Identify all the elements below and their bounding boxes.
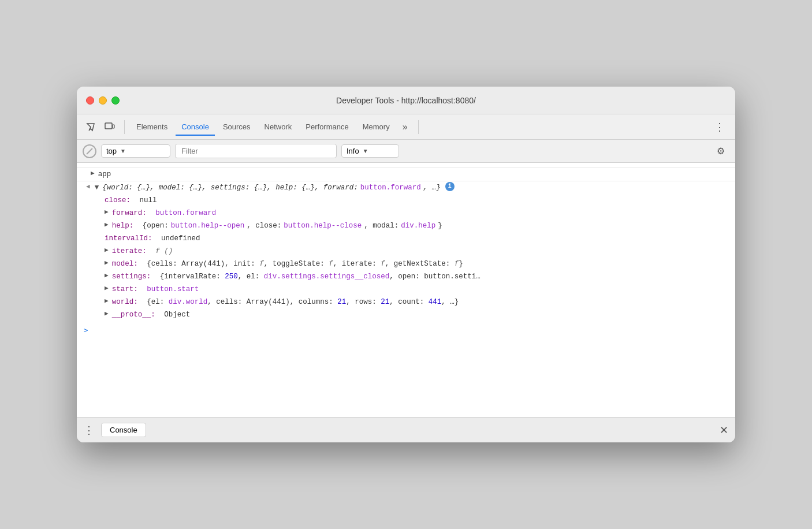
prop-start[interactable]: ▶ start: button.start xyxy=(77,283,735,296)
level-value: Info xyxy=(347,147,359,155)
expand-proto[interactable]: ▶ xyxy=(105,309,109,319)
context-value: top xyxy=(106,147,117,155)
settings-button[interactable]: ⚙ xyxy=(712,143,729,159)
bottom-bar: ⋮ Console ✕ xyxy=(77,417,735,442)
app-line[interactable]: ▶ app xyxy=(77,167,735,181)
expand-settings[interactable]: ▶ xyxy=(105,271,109,281)
tab-sources[interactable]: Sources xyxy=(217,119,256,136)
expand-help[interactable]: ▶ xyxy=(105,220,109,230)
key-forward: forward: xyxy=(112,207,147,219)
prop-model[interactable]: ▶ model: {cells: Array(441), init: f, to… xyxy=(77,258,735,270)
clear-console-button[interactable] xyxy=(83,144,96,158)
key-start: start: xyxy=(112,284,138,295)
prop-help[interactable]: ▶ help: {open: button.help--open, close:… xyxy=(77,219,735,232)
close-button[interactable] xyxy=(86,96,94,105)
prop-proto[interactable]: ▶ __proto__: Object xyxy=(77,308,735,321)
key-world: world: xyxy=(112,296,138,308)
tab-console[interactable]: Console xyxy=(176,119,215,136)
minimize-button[interactable] xyxy=(99,96,107,105)
filter-bar: top ▼ Info ▼ ⚙ xyxy=(77,140,735,163)
val-start: button.start xyxy=(147,284,199,295)
expand-arrow[interactable]: ▶ xyxy=(91,169,95,179)
prop-settings[interactable]: ▶ settings: {intervalRate: 250, el: div.… xyxy=(77,270,735,283)
down-arrow[interactable]: ▼ xyxy=(95,182,99,193)
val-settings: {intervalRate: 250, el: div.settings.set… xyxy=(160,271,481,282)
more-tabs-button[interactable]: » xyxy=(398,120,412,135)
tab-performance[interactable]: Performance xyxy=(300,119,354,136)
expand-iterate[interactable]: ▶ xyxy=(105,245,109,256)
window-title: Developer Tools - http://localhost:8080/ xyxy=(336,96,476,105)
forward-ref: button.forward xyxy=(360,182,421,193)
toolbar: Elements Console Sources Network Perform… xyxy=(77,114,735,140)
expand-start[interactable]: ▶ xyxy=(105,284,109,294)
object-content: {world: {…}, model: {…}, settings: {…}, … xyxy=(102,182,358,193)
val-help-modal: div.help xyxy=(401,220,435,232)
val-world: {el: div.world, cells: Array(441), colum… xyxy=(147,296,459,308)
console-output: ▶ app ◀ ▼ {world: {…}, model: {…}, setti… xyxy=(77,163,735,417)
device-icon[interactable] xyxy=(101,120,118,134)
close-bottom-button[interactable]: ✕ xyxy=(720,424,728,437)
level-dropdown-arrow: ▼ xyxy=(363,148,368,154)
bottom-menu-button[interactable]: ⋮ xyxy=(84,424,94,437)
divider2 xyxy=(418,120,419,134)
tab-network[interactable]: Network xyxy=(259,119,298,136)
app-label: app xyxy=(98,169,111,180)
object-line[interactable]: ◀ ▼ {world: {…}, model: {…}, settings: {… xyxy=(77,181,735,194)
val-help-brace1: {open: xyxy=(143,220,169,232)
key-model: model: xyxy=(112,258,138,270)
val-proto: Object xyxy=(164,309,190,321)
filter-input[interactable] xyxy=(175,144,337,158)
svg-rect-1 xyxy=(113,125,114,128)
divider xyxy=(124,120,125,134)
key-help: help: xyxy=(112,220,134,232)
title-bar: Developer Tools - http://localhost:8080/ xyxy=(77,87,735,114)
prop-close[interactable]: close: null xyxy=(77,194,735,207)
val-forward: button.forward xyxy=(155,207,216,219)
expand-model[interactable]: ▶ xyxy=(105,258,109,269)
context-dropdown-arrow: ▼ xyxy=(120,148,126,154)
val-help-close: button.help--close xyxy=(284,220,362,232)
key-proto: __proto__: xyxy=(112,309,155,321)
expand-forward[interactable]: ▶ xyxy=(105,207,109,218)
traffic-lights xyxy=(86,96,120,105)
val-model: {cells: Array(441), init: f, toggleState… xyxy=(147,258,463,270)
no-entry-line xyxy=(86,148,92,154)
tab-memory[interactable]: Memory xyxy=(357,119,396,136)
key-intervalid: intervalId: xyxy=(105,233,152,244)
context-select[interactable]: top ▼ xyxy=(101,144,170,158)
prompt-symbol: > xyxy=(84,325,88,336)
prop-intervalid[interactable]: intervalId: undefined xyxy=(77,232,735,245)
key-iterate: iterate: xyxy=(112,245,147,257)
prop-forward[interactable]: ▶ forward: button.forward xyxy=(77,207,735,219)
expand-world[interactable]: ▶ xyxy=(105,296,109,307)
tab-elements[interactable]: Elements xyxy=(131,119,173,136)
val-help-open: button.help--open xyxy=(171,220,245,232)
back-arrow: ◀ xyxy=(86,182,90,192)
level-select[interactable]: Info ▼ xyxy=(341,144,399,158)
val-null: null xyxy=(140,195,157,206)
val-iterate: f () xyxy=(155,245,173,257)
maximize-button[interactable] xyxy=(111,96,120,105)
menu-button[interactable]: ⋮ xyxy=(710,118,729,136)
inspector-icon[interactable] xyxy=(83,120,99,134)
val-undefined: undefined xyxy=(161,233,200,244)
prop-iterate[interactable]: ▶ iterate: f () xyxy=(77,245,735,258)
devtools-window: Developer Tools - http://localhost:8080/… xyxy=(77,87,735,442)
key-close: close: xyxy=(105,195,131,206)
prop-world[interactable]: ▶ world: {el: div.world, cells: Array(44… xyxy=(77,296,735,308)
info-badge: i xyxy=(445,182,455,191)
svg-rect-0 xyxy=(105,123,112,129)
console-tab-button[interactable]: Console xyxy=(101,423,146,437)
key-settings: settings: xyxy=(112,271,151,282)
console-prompt[interactable]: > xyxy=(77,321,735,340)
